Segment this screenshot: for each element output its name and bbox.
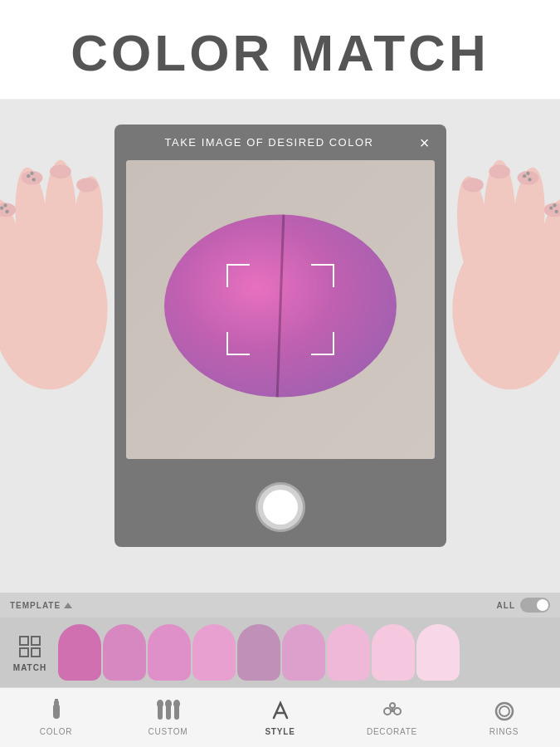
shutter-inner	[261, 488, 299, 526]
svg-point-10	[27, 174, 30, 178]
modal-instruction: TAKE IMAGE OF DESIRED COLOR	[165, 136, 374, 149]
svg-point-20	[544, 203, 560, 217]
nav-custom-label: CUSTOM	[149, 727, 188, 736]
svg-point-7	[5, 210, 8, 213]
bracket-bottom-left	[226, 332, 250, 355]
rings-icon	[492, 699, 517, 724]
all-toggle[interactable]: ALL	[497, 598, 550, 613]
bracket-top-left	[226, 264, 250, 287]
svg-point-29	[462, 178, 484, 192]
style-icon	[268, 699, 293, 724]
nav-color-label: COLOR	[40, 727, 73, 736]
nail-swatch-6[interactable]	[282, 624, 325, 681]
svg-point-6	[0, 207, 3, 210]
app-header: COLOR MATCH	[0, 0, 560, 99]
svg-point-11	[32, 178, 36, 181]
svg-rect-36	[55, 699, 58, 702]
svg-point-40	[157, 700, 163, 708]
close-button[interactable]: ×	[415, 133, 435, 153]
svg-point-22	[555, 210, 558, 213]
color-match-modal: TAKE IMAGE OF DESIRED COLOR ×	[114, 124, 446, 547]
nav-rings[interactable]: RINGS	[448, 692, 560, 743]
nail-swatch-9[interactable]	[416, 624, 460, 681]
nav-rings-label: RINGS	[489, 727, 519, 736]
svg-point-5	[0, 203, 16, 217]
template-arrow-icon	[64, 603, 72, 608]
svg-point-14	[76, 178, 98, 192]
svg-point-47	[390, 703, 395, 708]
custom-icon	[156, 699, 181, 724]
svg-rect-34	[53, 704, 60, 719]
match-label: MATCH	[13, 663, 46, 672]
svg-point-28	[489, 164, 510, 178]
nail-swatch-5[interactable]	[237, 624, 280, 681]
nav-decorate[interactable]: DECORATE	[336, 692, 448, 743]
right-hand	[436, 149, 560, 398]
focus-brackets	[226, 264, 334, 355]
nail-swatch-8[interactable]	[372, 624, 415, 681]
bracket-bottom-right	[311, 332, 334, 355]
nail-polish-icon	[44, 699, 69, 724]
svg-point-8	[3, 203, 7, 207]
svg-point-42	[173, 700, 180, 708]
template-bar: TEMPLATE ALL	[0, 593, 560, 618]
nail-swatch-4[interactable]	[192, 624, 236, 681]
hands-background: TAKE IMAGE OF DESIRED COLOR ×	[0, 100, 560, 747]
template-label[interactable]: TEMPLATE	[10, 601, 72, 610]
svg-point-13	[50, 164, 71, 178]
nav-style-label: STYLE	[265, 727, 295, 736]
svg-rect-31	[32, 637, 40, 645]
svg-point-27	[526, 172, 529, 175]
svg-point-51	[499, 706, 509, 716]
svg-line-49	[392, 708, 393, 710]
svg-point-44	[384, 708, 391, 715]
page-title: COLOR MATCH	[0, 23, 560, 82]
decorate-icon	[380, 699, 405, 724]
nail-swatch-7[interactable]	[327, 624, 370, 681]
nail-swatch-1[interactable]	[58, 624, 101, 681]
svg-point-23	[553, 203, 556, 207]
nail-swatch-2[interactable]	[103, 624, 146, 681]
match-button[interactable]: MATCH	[3, 630, 56, 676]
shutter-button[interactable]	[256, 482, 305, 532]
left-hand	[0, 149, 124, 398]
svg-point-45	[394, 708, 401, 715]
nav-color[interactable]: COLOR	[0, 692, 112, 743]
camera-viewfinder[interactable]	[126, 160, 435, 459]
nav-decorate-label: DECORATE	[367, 727, 417, 736]
bottom-navigation: COLOR CUSTOM STYLE	[0, 687, 560, 747]
svg-rect-30	[20, 637, 28, 645]
nail-swatch-3[interactable]	[148, 624, 191, 681]
svg-point-41	[165, 700, 172, 708]
shutter-area	[114, 471, 446, 547]
modal-header: TAKE IMAGE OF DESIRED COLOR ×	[114, 124, 446, 160]
match-icon	[17, 633, 43, 660]
nav-custom[interactable]: CUSTOM	[112, 692, 224, 743]
bracket-top-right	[311, 264, 334, 287]
swatches-row: MATCH	[0, 618, 560, 687]
nav-style[interactable]: STYLE	[224, 692, 336, 743]
toolbar-area: TEMPLATE ALL MATCH	[0, 593, 560, 687]
svg-point-26	[528, 178, 531, 181]
svg-point-21	[549, 207, 553, 210]
svg-rect-32	[20, 648, 28, 657]
svg-point-25	[523, 174, 526, 178]
svg-point-12	[30, 172, 33, 175]
svg-rect-33	[32, 648, 40, 657]
toggle-pill[interactable]	[520, 598, 550, 613]
